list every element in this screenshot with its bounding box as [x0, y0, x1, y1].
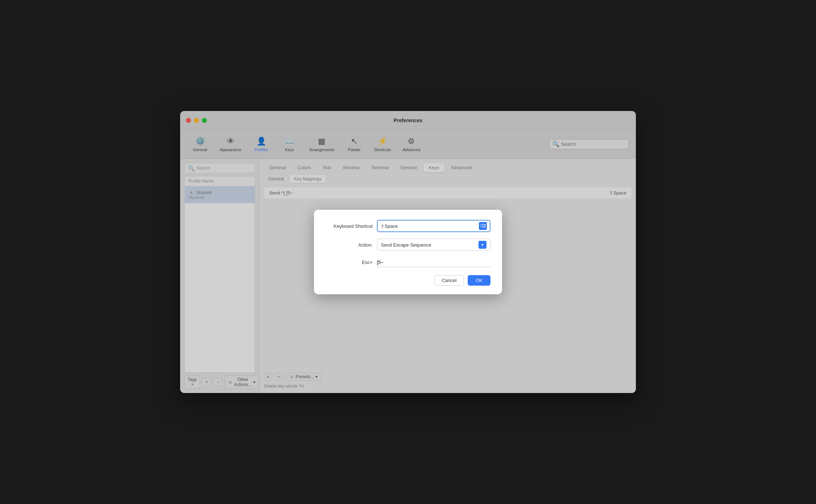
- preferences-window: Preferences ⚙️ General 👁 Appearance 👤 Pr…: [180, 111, 636, 393]
- dialog-esc-row: Esc+: [326, 257, 490, 267]
- cancel-button[interactable]: Cancel: [434, 275, 464, 286]
- shortcut-input-wrapper[interactable]: ⇧Space ⌫: [377, 220, 490, 232]
- dialog-shortcut-row: Keyboard Shortcut ⇧Space ⌫: [326, 220, 490, 232]
- clear-shortcut-button[interactable]: ⌫: [479, 222, 487, 230]
- keyboard-shortcut-dialog: Keyboard Shortcut ⇧Space ⌫ Action: Send …: [314, 210, 502, 294]
- action-dropdown-icon: ▾: [479, 241, 486, 249]
- modal-overlay: Keyboard Shortcut ⇧Space ⌫ Action: Send …: [180, 111, 636, 393]
- action-label: Action:: [326, 242, 373, 248]
- ok-button[interactable]: OK: [468, 275, 490, 286]
- dialog-buttons: Cancel OK: [326, 275, 490, 286]
- esc-input-wrapper[interactable]: [377, 257, 490, 267]
- clear-icon: ⌫: [480, 223, 486, 228]
- keyboard-shortcut-label: Keyboard Shortcut: [326, 223, 373, 229]
- dialog-action-row: Action: Send Escape Sequence ▾: [326, 239, 490, 251]
- esc-label: Esc+: [326, 260, 373, 265]
- esc-input[interactable]: [377, 260, 490, 265]
- action-select[interactable]: Send Escape Sequence ▾: [377, 239, 490, 251]
- action-value: Send Escape Sequence: [381, 242, 432, 248]
- shortcut-value: ⇧Space: [381, 223, 398, 229]
